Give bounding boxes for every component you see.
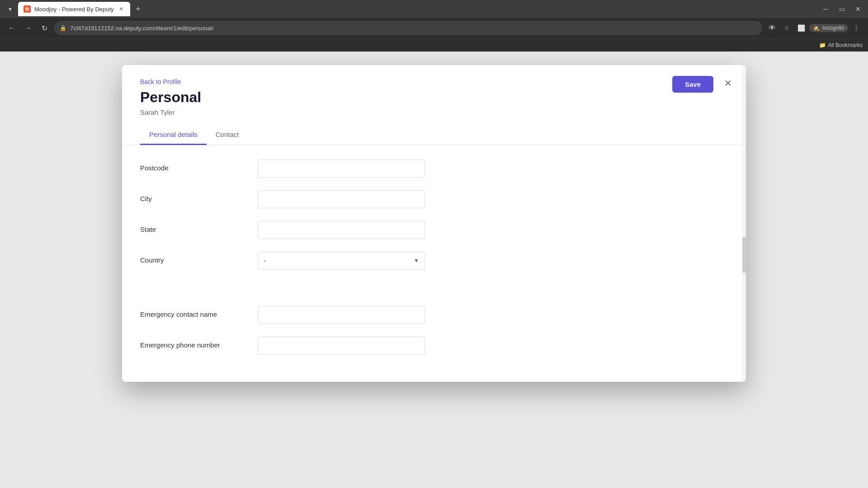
bookmark-star-icon[interactable]: ☆ bbox=[780, 22, 793, 34]
country-row: Country - ▼ - United States ↖ Afghanista… bbox=[140, 252, 728, 270]
forward-nav-button[interactable]: → bbox=[22, 22, 34, 34]
tab-favicon: M bbox=[24, 5, 31, 13]
modal-scrollbar-thumb bbox=[742, 237, 746, 273]
state-field bbox=[258, 221, 728, 239]
minimize-button[interactable]: ─ bbox=[819, 3, 832, 15]
refresh-button[interactable]: ↻ bbox=[38, 22, 51, 34]
modal-container: Back to Profile Personal Sarah Tyler Sav… bbox=[0, 52, 868, 488]
maximize-button[interactable]: ▭ bbox=[835, 3, 848, 15]
back-to-profile-link[interactable]: Back to Profile bbox=[140, 78, 181, 85]
emergency-contact-name-row: Emergency contact name bbox=[140, 306, 728, 324]
state-input[interactable] bbox=[258, 221, 425, 239]
eye-off-icon[interactable]: 👁 bbox=[766, 22, 778, 34]
back-nav-button[interactable]: ← bbox=[5, 22, 18, 34]
postcode-row: Postcode bbox=[140, 160, 728, 178]
emergency-contact-name-label: Emergency contact name bbox=[140, 306, 258, 318]
city-input[interactable] bbox=[258, 190, 425, 208]
browser-menu-button[interactable]: ⋮ bbox=[850, 22, 863, 34]
postcode-field bbox=[258, 160, 728, 178]
emergency-contact-name-input[interactable] bbox=[258, 306, 425, 324]
url-text: 7cf47d19112152.na.deputy.com/#team/1/edi… bbox=[70, 25, 213, 32]
modal-title: Personal bbox=[140, 89, 728, 106]
tab-list-button[interactable]: ▾ bbox=[4, 3, 16, 15]
browser-tab-active[interactable]: M Moodjoy - Powered By Deputy ✕ bbox=[18, 2, 130, 16]
country-select[interactable]: - ▼ bbox=[258, 252, 425, 270]
personal-modal: Back to Profile Personal Sarah Tyler Sav… bbox=[122, 65, 746, 382]
bookmarks-folder[interactable]: 📁 All Bookmarks bbox=[819, 42, 863, 48]
window-controls: ─ ▭ ✕ bbox=[819, 3, 864, 15]
country-selected-value: - bbox=[264, 257, 266, 264]
country-select-arrow: ▼ bbox=[414, 258, 419, 264]
emergency-contact-name-field bbox=[258, 306, 728, 324]
close-modal-button[interactable]: ✕ bbox=[721, 76, 735, 90]
tab-personal-details[interactable]: Personal details bbox=[140, 125, 207, 145]
address-bar[interactable]: 🔒 7cf47d19112152.na.deputy.com/#team/1/e… bbox=[54, 21, 762, 35]
tab-contact[interactable]: Contact bbox=[207, 125, 248, 145]
save-button[interactable]: Save bbox=[672, 76, 713, 93]
browser-titlebar: ▾ M Moodjoy - Powered By Deputy ✕ + ─ ▭ … bbox=[0, 0, 868, 18]
city-field bbox=[258, 190, 728, 208]
emergency-phone-input[interactable] bbox=[258, 337, 425, 355]
modal-user-name: Sarah Tyler bbox=[140, 108, 728, 116]
bookmarks-label: All Bookmarks bbox=[828, 42, 863, 48]
country-field: - ▼ - United States ↖ Afghanistan Aland … bbox=[258, 252, 728, 270]
state-label: State bbox=[140, 221, 258, 233]
browser-toolbar: ← → ↻ 🔒 7cf47d19112152.na.deputy.com/#te… bbox=[0, 18, 868, 38]
emergency-phone-label: Emergency phone number bbox=[140, 337, 258, 349]
incognito-label: Incognito bbox=[822, 25, 844, 31]
city-row: City bbox=[140, 190, 728, 208]
tabs-row: Personal details Contact bbox=[140, 125, 728, 145]
city-label: City bbox=[140, 190, 258, 202]
incognito-badge: 🕵 Incognito bbox=[809, 24, 848, 32]
profile-icon[interactable]: ⬜ bbox=[795, 22, 807, 34]
new-tab-button[interactable]: + bbox=[132, 3, 145, 15]
tab-close-button[interactable]: ✕ bbox=[118, 5, 125, 13]
tab-title: Moodjoy - Powered By Deputy bbox=[34, 6, 114, 13]
emergency-phone-row: Emergency phone number bbox=[140, 337, 728, 355]
postcode-label: Postcode bbox=[140, 160, 258, 172]
state-row: State bbox=[140, 221, 728, 239]
close-window-button[interactable]: ✕ bbox=[852, 3, 864, 15]
lock-icon: 🔒 bbox=[60, 25, 66, 31]
emergency-phone-field bbox=[258, 337, 728, 355]
bookmarks-bar: 📁 All Bookmarks bbox=[0, 38, 868, 52]
country-label: Country bbox=[140, 252, 258, 264]
modal-body: Postcode City State Cou bbox=[122, 145, 746, 382]
modal-scrollbar[interactable] bbox=[742, 65, 746, 382]
folder-icon: 📁 bbox=[819, 42, 826, 48]
postcode-input[interactable] bbox=[258, 160, 425, 178]
incognito-icon: 🕵 bbox=[813, 25, 820, 31]
toolbar-actions: 👁 ☆ ⬜ 🕵 Incognito ⋮ bbox=[766, 22, 863, 34]
modal-header: Back to Profile Personal Sarah Tyler Sav… bbox=[122, 65, 746, 145]
browser-chrome: ▾ M Moodjoy - Powered By Deputy ✕ + ─ ▭ … bbox=[0, 0, 868, 52]
